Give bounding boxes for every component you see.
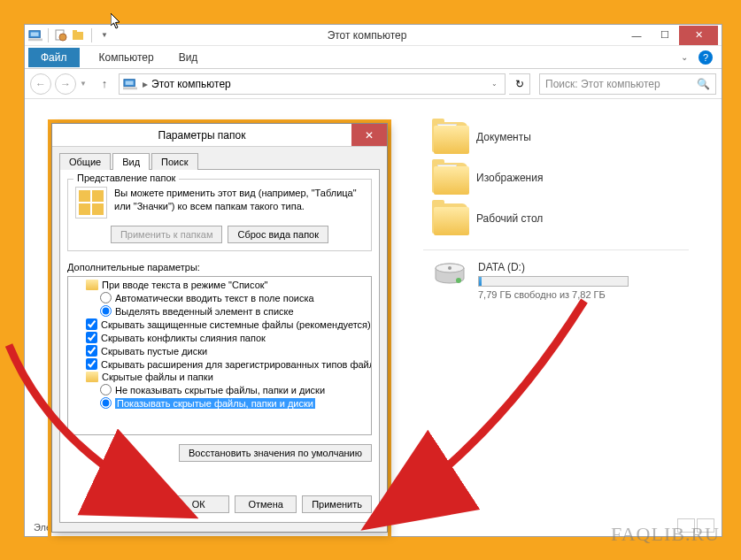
tree-group-hidden-files: Скрытые файлы и папки	[68, 371, 371, 383]
svg-point-13	[456, 278, 461, 283]
watermark: FAQLIB.RU	[611, 523, 720, 546]
folder-label: Документы	[476, 131, 531, 143]
tree-check-hide-empty-drives[interactable]: Скрывать пустые диски	[68, 344, 371, 357]
computer-icon	[28, 28, 42, 42]
advanced-settings-tree[interactable]: При вводе текста в режиме "Список" Автом…	[67, 276, 372, 435]
forward-button[interactable]: →	[55, 73, 76, 95]
address-text: Этот компьютер	[151, 78, 231, 90]
folder-documents[interactable]: Документы	[432, 117, 722, 157]
search-input[interactable]: Поиск: Этот компьютер 🔍	[539, 73, 716, 95]
tree-check-hide-extensions[interactable]: Скрывать расширения для зарегистрированн…	[68, 357, 371, 371]
checkbox-icon[interactable]	[86, 332, 97, 343]
svg-rect-2	[28, 38, 42, 41]
svg-rect-5	[73, 32, 83, 40]
apply-to-folders-button[interactable]: Применить к папкам	[111, 226, 223, 243]
drive-data-d[interactable]: DATA (D:) 7,79 ГБ свободно из 7,82 ГБ	[432, 261, 722, 300]
radio-icon[interactable]	[100, 384, 112, 395]
ribbon: Файл Компьютер Вид ⌄ ?	[25, 46, 722, 69]
folder-icon	[432, 203, 467, 234]
close-button[interactable]: ✕	[679, 26, 718, 45]
tree-radio-select-typed[interactable]: Выделять введенный элемент в списке	[68, 304, 371, 318]
quick-access-toolbar: ▼	[28, 28, 112, 42]
folder-views-icon	[75, 187, 107, 219]
radio-icon[interactable]	[100, 292, 112, 303]
address-dropdown-icon[interactable]: ⌄	[488, 80, 501, 88]
folder-icon	[432, 163, 467, 193]
qat-dropdown-icon[interactable]: ▼	[97, 28, 112, 42]
dialog-tabs: Общие Вид Поиск	[59, 153, 380, 170]
checkbox-icon[interactable]	[86, 345, 97, 357]
tab-file[interactable]: Файл	[28, 48, 80, 67]
dialog-panel: Представление папок Вы можете применить …	[59, 169, 380, 523]
dialog-close-button[interactable]: ✕	[351, 124, 387, 146]
tab-general[interactable]: Общие	[59, 153, 111, 170]
drive-free-text: 7,79 ГБ свободно из 7,82 ГБ	[478, 289, 629, 300]
back-button[interactable]: ←	[30, 73, 51, 95]
radio-icon[interactable]	[100, 305, 112, 317]
folder-views-legend: Представление папок	[73, 173, 179, 183]
divider	[423, 249, 689, 250]
checkbox-icon[interactable]	[86, 358, 97, 370]
navigation-bar: ← → ▼ ↑ ▸ Этот компьютер ⌄ ↻ Поиск: Этот…	[25, 69, 722, 99]
dialog-titlebar: Параметры папок ✕	[52, 124, 387, 147]
restore-defaults-button[interactable]: Восстановить значения по умолчанию	[179, 444, 372, 462]
folder-desktop[interactable]: Рабочий стол	[432, 198, 722, 239]
tab-view[interactable]: Вид	[166, 48, 211, 67]
folder-views-description: Вы можете применить этот вид (например, …	[114, 187, 364, 213]
cancel-button[interactable]: Отмена	[235, 495, 297, 513]
drive-icon	[432, 261, 467, 288]
svg-rect-1	[31, 32, 39, 35]
radio-icon[interactable]	[100, 397, 112, 409]
apply-button[interactable]: Применить	[302, 495, 372, 513]
window-title: Этот компьютер	[112, 29, 622, 42]
svg-rect-8	[126, 81, 134, 84]
up-button[interactable]: ↑	[94, 73, 115, 95]
window-buttons: — ☐ ✕	[622, 26, 718, 45]
tree-check-hide-merge[interactable]: Скрывать конфликты слияния папок	[68, 331, 371, 344]
help-icon[interactable]: ?	[699, 50, 713, 65]
tree-check-hide-protected[interactable]: Скрывать защищенные системные файлы (рек…	[68, 318, 371, 331]
folder-label: Изображения	[476, 172, 543, 184]
svg-rect-6	[73, 30, 77, 33]
reset-folders-button[interactable]: Сброс вида папок	[228, 226, 328, 243]
folder-label: Рабочий стол	[476, 212, 543, 225]
advanced-settings-label: Дополнительные параметры:	[67, 262, 372, 272]
checkbox-icon[interactable]	[86, 318, 97, 330]
refresh-button[interactable]: ↻	[509, 73, 530, 95]
properties-icon[interactable]	[54, 28, 68, 42]
svg-point-12	[448, 266, 452, 270]
svg-rect-9	[123, 87, 137, 89]
drive-capacity-bar	[478, 276, 629, 287]
svg-point-4	[59, 34, 66, 41]
ribbon-expand-icon[interactable]: ⌄	[681, 52, 688, 62]
ok-button[interactable]: ОК	[167, 495, 229, 513]
new-folder-icon[interactable]	[72, 28, 86, 42]
tree-radio-dont-show-hidden[interactable]: Не показывать скрытые файлы, папки и дис…	[68, 383, 371, 396]
folder-icon	[432, 122, 467, 152]
titlebar: ▼ Этот компьютер — ☐ ✕	[25, 25, 722, 46]
tree-group-list-typing: При вводе текста в режиме "Список"	[68, 279, 371, 291]
folder-icon	[86, 372, 98, 382]
address-bar[interactable]: ▸ Этот компьютер ⌄	[119, 73, 506, 95]
computer-icon	[123, 78, 137, 90]
drive-name: DATA (D:)	[478, 261, 629, 273]
tab-search[interactable]: Поиск	[151, 153, 197, 170]
folder-options-dialog: Параметры папок ✕ Общие Вид Поиск Предст…	[51, 123, 388, 533]
tree-radio-auto-search[interactable]: Автоматически вводить текст в поле поиск…	[68, 291, 371, 304]
folder-icon	[86, 280, 98, 290]
history-dropdown-icon[interactable]: ▼	[80, 80, 90, 88]
folder-views-group: Представление папок Вы можете применить …	[67, 179, 372, 251]
search-icon: 🔍	[697, 78, 710, 90]
tab-computer[interactable]: Компьютер	[87, 48, 166, 67]
search-placeholder: Поиск: Этот компьютер	[545, 78, 660, 90]
tab-view-options[interactable]: Вид	[112, 153, 150, 170]
folder-pictures[interactable]: Изображения	[432, 157, 722, 198]
maximize-button[interactable]: ☐	[651, 26, 679, 45]
tree-radio-show-hidden[interactable]: Показывать скрытые файлы, папки и диски	[68, 396, 371, 410]
minimize-button[interactable]: —	[622, 26, 651, 45]
dialog-title: Параметры папок	[52, 129, 351, 142]
